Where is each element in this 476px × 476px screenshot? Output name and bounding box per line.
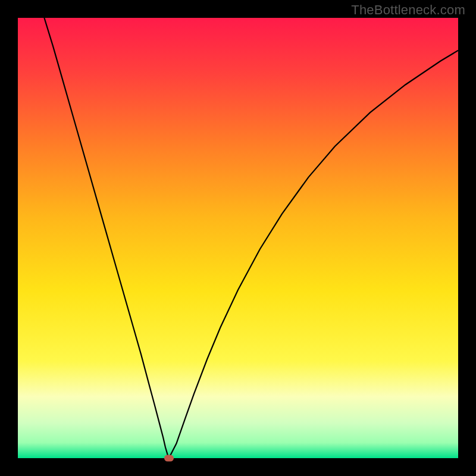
chart-svg	[18, 18, 458, 458]
minimum-marker	[164, 455, 174, 462]
plot-frame	[18, 18, 458, 458]
watermark-text: TheBottleneck.com	[351, 2, 465, 18]
plot-area	[18, 18, 458, 458]
chart-background	[18, 18, 458, 458]
